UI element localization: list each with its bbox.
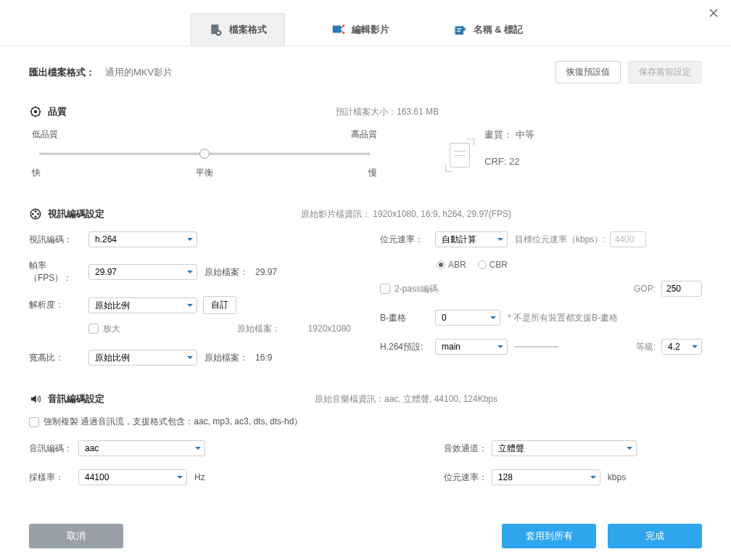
tab-name-tag[interactable]: 名稱 & 標記 (436, 13, 541, 46)
restore-default-button[interactable]: 恢復預設值 (556, 61, 621, 83)
channel-select[interactable]: 立體聲 (492, 440, 637, 456)
fps-source-label: 原始檔案： (205, 266, 248, 279)
tab-edit-video[interactable]: 編輯影片 (314, 13, 407, 46)
tab-file-format[interactable]: 檔案格式 (191, 13, 285, 46)
vq-label: 畫質： (484, 129, 513, 140)
aspect-source-label: 原始檔案： (205, 352, 248, 364)
level-select[interactable]: 4.2 (661, 339, 702, 355)
cbr-label: CBR (490, 260, 508, 270)
gop-input[interactable] (661, 281, 702, 297)
audio-bitrate-select[interactable]: 128 (492, 469, 600, 485)
hz-label: Hz (194, 472, 205, 482)
sample-rate-label: 採樣率： (29, 472, 78, 484)
quality-slow-label: 慢 (368, 167, 377, 179)
force-copy-label: 強制複製 通過音訊流，支援格式包含：aac, mp3, ac3, dts, dt… (44, 416, 302, 428)
apply-all-button[interactable]: 套用到所有 (502, 524, 596, 548)
abr-radio[interactable] (437, 260, 445, 269)
res-source-label: 原始檔案： (237, 323, 281, 335)
gop-label: GOP: (634, 284, 656, 294)
tab-label: 名稱 & 標記 (474, 23, 524, 36)
film-cut-icon (331, 22, 346, 37)
video-title: 視訊編碼設定 (48, 207, 104, 221)
twopass-checkbox[interactable] (380, 284, 390, 294)
fps-source-value: 29.97 (255, 267, 277, 277)
sample-rate-select[interactable]: 44100 (78, 469, 187, 485)
h264-level-slider[interactable] (515, 346, 629, 347)
export-format-value: 通用的MKV影片 (105, 66, 173, 79)
done-button[interactable]: 完成 (608, 524, 702, 548)
crf-value: 22 (509, 156, 519, 167)
svg-point-11 (37, 213, 39, 215)
bframe-label: B-畫格 (380, 312, 435, 324)
close-button[interactable] (706, 6, 721, 20)
audio-source-info: 原始音樂檔資訊：aac, 立體聲, 44100, 124Kbps (110, 393, 702, 405)
tab-bar: 檔案格式 編輯影片 名稱 & 標記 (0, 0, 731, 46)
bframe-note: * 不是所有裝置都支援B-畫格 (508, 312, 618, 324)
aspect-select[interactable]: 原始比例 (88, 350, 197, 366)
audio-codec-label: 音訊編碼： (29, 442, 78, 455)
document-icon (450, 143, 470, 168)
quality-balance-label: 平衡 (196, 167, 213, 179)
resolution-label: 解析度： (29, 299, 88, 311)
export-format-label: 匯出檔案格式： (29, 66, 95, 79)
aspect-source-value: 16:9 (255, 353, 272, 363)
vq-value: 中等 (516, 129, 534, 140)
aspect-label: 寬高比： (29, 352, 88, 364)
svg-point-8 (34, 110, 38, 114)
video-codec-select[interactable]: h.264 (88, 231, 197, 247)
estimated-size: 預計檔案大小：163.61 MB (73, 106, 702, 118)
quality-title: 品質 (48, 105, 67, 118)
target-bitrate-input[interactable] (610, 231, 646, 247)
svg-rect-3 (332, 25, 341, 33)
svg-point-12 (35, 215, 37, 218)
bitrate-label: 位元速率： (380, 234, 435, 246)
enlarge-label: 放大 (103, 323, 120, 335)
file-gear-icon (209, 22, 223, 37)
force-copy-checkbox[interactable] (29, 417, 39, 427)
h264-preset-select[interactable]: main (435, 339, 508, 355)
speaker-icon (29, 392, 42, 405)
channel-label: 音效通道： (444, 442, 492, 455)
film-reel-icon (29, 207, 42, 221)
target-bitrate-label: 目標位元速率（kbps）: (515, 234, 606, 246)
cancel-button[interactable]: 取消 (29, 524, 123, 548)
save-current-button[interactable]: 保存當前設定 (628, 61, 702, 83)
svg-point-13 (32, 213, 34, 215)
level-label: 等級: (636, 341, 656, 353)
video-codec-label: 視訊編碼： (29, 234, 88, 246)
bitrate-select[interactable]: 自動計算 (435, 231, 508, 247)
slider-thumb[interactable] (199, 149, 210, 159)
twopass-label: 2-pass編碼 (395, 283, 438, 295)
cbr-radio[interactable] (478, 260, 487, 269)
tab-label: 檔案格式 (229, 23, 267, 36)
audio-title: 音訊編碼設定 (48, 392, 104, 405)
svg-point-10 (35, 210, 37, 213)
tab-label: 編輯影片 (352, 23, 389, 36)
quality-high-label: 高品質 (351, 128, 377, 141)
custom-resolution-button[interactable]: 自訂 (203, 296, 236, 314)
enlarge-checkbox[interactable] (88, 324, 99, 334)
fps-select[interactable]: 29.97 (88, 264, 197, 280)
svg-point-4 (342, 24, 344, 26)
video-source-info: 原始影片檔資訊： 1920x1080, 16:9, h264, 29.97(FP… (110, 208, 702, 221)
bframe-select[interactable]: 0 (435, 310, 500, 326)
abr-label: ABR (448, 260, 466, 270)
audio-bitrate-label: 位元速率： (444, 472, 492, 484)
quality-fast-label: 快 (32, 167, 41, 179)
edit-note-icon (453, 22, 468, 37)
fps-label: 幀率（FPS）： (29, 260, 88, 284)
gear-icon (29, 105, 42, 118)
resolution-select[interactable]: 原始比例 (88, 297, 197, 313)
audio-codec-select[interactable]: aac (78, 440, 205, 456)
quality-slider[interactable] (39, 148, 370, 160)
svg-point-5 (342, 31, 344, 33)
res-source-value: 1920x1080 (308, 324, 351, 334)
svg-point-2 (217, 32, 219, 34)
close-icon (709, 9, 718, 17)
h264-preset-label: H.264預設: (380, 341, 435, 353)
kbps-label: kbps (608, 472, 626, 482)
quality-low-label: 低品質 (32, 128, 58, 141)
crf-label: CRF: (484, 156, 506, 167)
